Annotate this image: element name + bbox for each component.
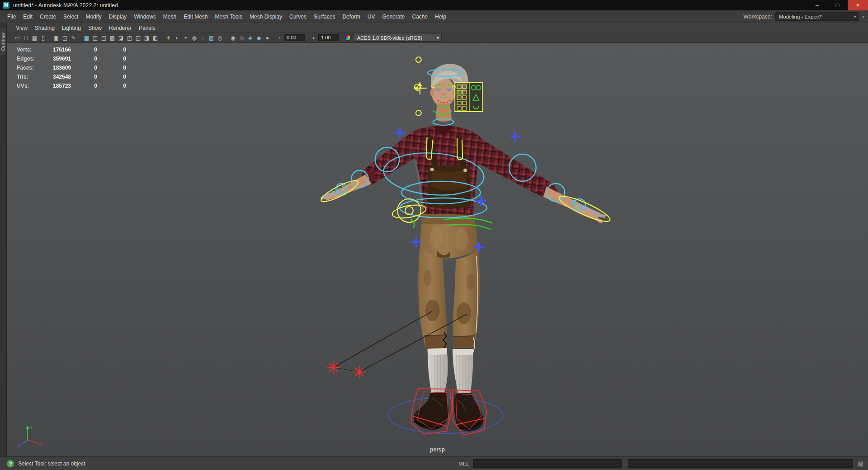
panel-menu-bar: ViewShadingLightingShowRendererPanels [7, 23, 868, 33]
color-management-icon[interactable] [345, 35, 351, 41]
menu-item-display[interactable]: Display [105, 14, 130, 20]
menu-item-modify[interactable]: Modify [82, 14, 105, 20]
outliner-tab[interactable]: Outliner [0, 28, 6, 55]
image-plane-icon[interactable]: ▣ [52, 34, 61, 42]
main-menu-bar: FileEditCreateSelectModifyDisplayWindows… [0, 10, 868, 23]
grease-pencil-icon[interactable]: ✎ [69, 34, 78, 42]
all-lights-icon[interactable]: ◐ [173, 34, 181, 42]
menu-item-create[interactable]: Create [36, 14, 60, 20]
safe-title-icon[interactable]: ◱ [134, 34, 142, 42]
maximize-button[interactable]: □ [827, 0, 848, 10]
panel-menu-view[interactable]: View [12, 25, 31, 31]
bookmarks-icon[interactable]: ▯ [39, 34, 47, 42]
motion-blur-icon[interactable]: ◌ [198, 34, 207, 42]
close-button[interactable]: × [848, 0, 868, 10]
menu-item-mesh[interactable]: Mesh [160, 14, 180, 20]
command-line-result[interactable] [628, 459, 853, 468]
viewport-3d[interactable]: Verts: 176166 0 0 Edges: 359691 0 0 Face… [7, 43, 868, 456]
menu-item-generate[interactable]: Generate [378, 14, 408, 20]
menu-item-help[interactable]: Help [431, 14, 450, 20]
hud-toggle-icon[interactable]: ◨ [142, 34, 151, 42]
workspace-label: Workspace: [744, 14, 772, 20]
maya-app-icon: M [3, 2, 9, 9]
panel-menu-show[interactable]: Show [85, 25, 105, 31]
panel-menu-renderer[interactable]: Renderer [105, 25, 135, 31]
view-axis-gizmo: Y X Z [18, 422, 43, 447]
menu-item-deform[interactable]: Deform [339, 14, 363, 20]
title-bar: M untitled* - Autodesk MAYA 2022.2: unti… [0, 0, 868, 10]
hud-row: UVs: 185723 0 0 [17, 81, 126, 90]
workspace-selector[interactable]: Modeling - Expert* ▾ [775, 12, 859, 21]
axis-x-label: X [38, 442, 41, 446]
object-details-icon[interactable]: ◧ [151, 34, 160, 42]
hud-row: Edges: 359691 0 0 [17, 54, 126, 63]
minimize-button[interactable]: – [807, 0, 827, 10]
axis-y-label: Y [30, 425, 33, 430]
menu-item-mesh-display[interactable]: Mesh Display [246, 14, 286, 20]
view-transform-value: ACES 1.0 SDR-video (sRGB) [357, 35, 422, 41]
resolution-gate-icon[interactable]: ◳ [99, 34, 108, 42]
exposure-field[interactable]: 0.00 [284, 34, 305, 41]
menu-item-curves[interactable]: Curves [286, 14, 310, 20]
main-region: Outliner ViewShadingLightingShowRenderer… [0, 23, 868, 456]
safe-action-icon[interactable]: ◰ [125, 34, 134, 42]
use-default-material-icon[interactable]: ● [263, 34, 272, 42]
workspace-pin-icon[interactable]: ▫ [863, 14, 864, 20]
wireframe-on-shaded-icon[interactable]: ◈ [246, 34, 255, 42]
panel-menu-lighting[interactable]: Lighting [58, 25, 85, 31]
left-panel-strip: Outliner [0, 23, 7, 456]
mel-language-toggle[interactable]: MEL [458, 461, 469, 466]
menu-item-surfaces[interactable]: Surfaces [310, 14, 339, 20]
field-chart-icon[interactable]: ◪ [117, 34, 125, 42]
gamma-field[interactable]: 1.00 [318, 34, 339, 41]
panel-menu-panels[interactable]: Panels [135, 25, 159, 31]
isolate-select-icon[interactable]: ◉ [229, 34, 237, 42]
view-transform-select[interactable]: ACES 1.0 SDR-video (sRGB) ▾ [353, 34, 442, 42]
menu-item-edit[interactable]: Edit [19, 14, 36, 20]
menu-item-uv[interactable]: UV [364, 14, 379, 20]
gate-mask-icon[interactable]: ▩ [108, 34, 117, 42]
hud-row: Verts: 176166 0 0 [17, 45, 126, 54]
hud-row: Faces: 183609 0 0 [17, 63, 126, 72]
exposure-icon[interactable]: ◔ [275, 35, 283, 41]
grid-icon[interactable]: ▦ [82, 34, 91, 42]
lock-camera-icon[interactable]: ◻ [22, 34, 30, 42]
gamma-icon[interactable]: ◑ [310, 35, 317, 41]
menu-item-file[interactable]: File [4, 14, 19, 20]
axis-z-label: Z [18, 443, 21, 447]
camera-attributes-icon[interactable]: ▤ [30, 34, 39, 42]
help-icon[interactable]: ? [7, 460, 14, 467]
menu-item-mesh-tools[interactable]: Mesh Tools [212, 14, 246, 20]
scene-canvas[interactable] [7, 43, 868, 456]
command-line-input[interactable] [473, 459, 622, 468]
character-mesh [321, 64, 606, 395]
menu-item-cache[interactable]: Cache [408, 14, 431, 20]
film-gate-icon[interactable]: ◫ [91, 34, 99, 42]
camera-name-label: persp [430, 446, 445, 453]
help-line-text: Select Tool: select an object [18, 461, 85, 467]
ambient-occlusion-icon[interactable]: ◍ [190, 34, 198, 42]
viewport-toolbar: ▭◻▤▯▣◲✎▦◫◳▩◪◰◱◨◧☀◐◓◍◌▨◎◉◇◈◆● ◔ 0.00 ◑ 1.… [7, 33, 868, 43]
menu-item-edit-mesh[interactable]: Edit Mesh [180, 14, 211, 20]
select-camera-icon[interactable]: ▭ [13, 34, 22, 42]
multisample-icon[interactable]: ▨ [207, 34, 216, 42]
shadows-icon[interactable]: ◓ [181, 34, 190, 42]
viewport-toolbar-icons: ▭◻▤▯▣◲✎▦◫◳▩◪◰◱◨◧☀◐◓◍◌▨◎◉◇◈◆● [13, 34, 272, 42]
workspace-value: Modeling - Expert* [779, 14, 822, 19]
menu-item-select[interactable]: Select [60, 14, 82, 20]
hud-row: Tris: 342548 0 0 [17, 72, 126, 81]
script-editor-icon[interactable]: ▧ [858, 460, 863, 467]
depth-of-field-icon[interactable]: ◎ [216, 34, 224, 42]
chevron-down-icon: ▾ [437, 35, 439, 40]
face-picker-panel[interactable] [455, 83, 483, 112]
menu-item-windows[interactable]: Windows [130, 14, 160, 20]
textured-icon[interactable]: ◆ [255, 34, 263, 42]
default-lighting-icon[interactable]: ☀ [164, 34, 173, 42]
window-controls: – □ × [807, 0, 868, 10]
xray-icon[interactable]: ◇ [237, 34, 246, 42]
panel-menu-shading[interactable]: Shading [31, 25, 58, 31]
chevron-down-icon: ▾ [852, 14, 858, 19]
pan-zoom-icon[interactable]: ◲ [61, 34, 69, 42]
viewport-panel: ViewShadingLightingShowRendererPanels ▭◻… [7, 23, 868, 456]
hud-stats: Verts: 176166 0 0 Edges: 359691 0 0 Face… [17, 45, 126, 90]
